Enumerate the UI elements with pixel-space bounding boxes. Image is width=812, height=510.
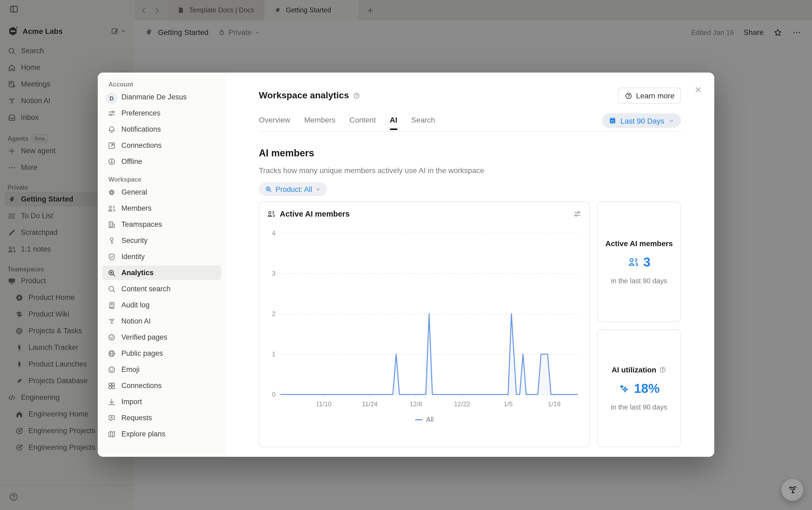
date-range-selector[interactable]: Last 90 Days [602,113,681,128]
item-label: Identity [121,253,145,261]
stat-title: Active AI members [605,239,673,248]
tab-search[interactable]: Search [411,115,435,129]
settings-nav-item[interactable]: Emoji [102,362,221,377]
tab-ai[interactable]: AI [390,115,397,129]
arrowbox-icon [108,141,116,150]
settings-nav-item[interactable]: Members [102,201,221,216]
svg-text:1/5: 1/5 [504,400,513,407]
notion-ai-face-icon [786,484,798,496]
settings-nav-item[interactable]: Identity [102,249,221,264]
scroll-icon [108,301,116,309]
settings-nav-item[interactable]: Audit log [102,298,221,312]
svg-text:3: 3 [272,270,275,277]
item-label: Members [121,204,152,212]
settings-nav-item[interactable]: Preferences [102,106,221,120]
help-circle-icon[interactable] [353,92,360,100]
settings-nav-item[interactable]: Teamspaces [102,217,221,232]
item-label: Content search [121,285,171,293]
help-circle-icon[interactable] [659,366,666,373]
key-icon [108,236,116,245]
analytics-tabs: Overview Members Content AI Search Last … [259,113,681,132]
settings-nav-item[interactable]: Explore plans [102,427,221,441]
people-icon [108,204,116,213]
gear-icon [108,188,116,196]
item-label: Offline [121,158,142,166]
item-label: Requests [121,414,152,422]
stat-caption: in the last 90 days [611,277,667,285]
settings-nav-item[interactable]: Offline [102,154,221,169]
line-chart: 0123411/1011/2412/812/221/51/19 [267,218,581,415]
close-icon[interactable] [694,85,702,94]
user-avatar: D [106,93,117,104]
tab-content[interactable]: Content [349,115,375,129]
question-circle-icon [625,92,633,100]
magplus-icon [108,268,116,277]
learn-more-button[interactable]: Learn more [619,88,681,104]
tab-members[interactable]: Members [304,115,336,129]
item-label: Public pages [121,349,163,358]
workspace-section-label: Workspace [109,176,215,183]
settings-nav-item[interactable]: Requests [102,410,221,425]
chevron-down-icon [315,186,322,192]
item-label: Connections [121,141,162,149]
people-icon [267,209,275,218]
chart-legend: All [267,416,581,423]
settings-content: Workspace analytics Learn more Overview … [225,73,714,457]
svg-text:0: 0 [272,391,275,398]
settings-nav-item[interactable]: Analytics [102,265,221,280]
sliders-icon [108,109,116,117]
svg-text:2: 2 [272,310,275,317]
tab-overview[interactable]: Overview [259,115,290,129]
settings-nav-item[interactable]: Connections [102,138,221,152]
settings-nav-item[interactable]: Notifications [102,122,221,137]
settings-nav-item[interactable]: D Dianmarie De Jesus [102,90,221,104]
chart-settings-icon[interactable] [573,209,581,218]
item-label: Explore plans [121,430,166,438]
smiley-icon [108,365,116,374]
stat-caption: in the last 90 days [611,403,667,411]
settings-nav-item[interactable]: Security [102,233,221,248]
settings-nav-item[interactable]: General [102,185,221,199]
settings-nav-item[interactable]: Notion AI [102,314,221,328]
settings-nav-item[interactable]: Connections [102,378,221,393]
item-label: Emoji [121,365,140,373]
settings-nav-item[interactable]: Import [102,394,221,409]
product-filter-chip[interactable]: Product: All [259,182,327,196]
svg-text:12/22: 12/22 [454,400,470,407]
chevron-down-icon [668,117,674,124]
settings-nav-item[interactable]: Verified pages [102,330,221,344]
item-label: Security [121,236,148,245]
account-section-label: Account [109,81,215,88]
item-label: Teamspaces [121,220,162,228]
item-label: Preferences [121,109,160,117]
item-icon: D [108,93,116,101]
downcircle-icon [108,157,116,166]
account-items: D Dianmarie De Jesus Preferences Notific… [102,90,221,169]
stat-value: 18% [634,381,660,396]
section-description: Tracks how many unique members actively … [259,166,681,175]
legend-label: All [426,416,434,423]
aiface-icon [108,317,116,325]
workspace-items: General Members Teamspaces Security Iden… [102,185,221,441]
svg-text:1/19: 1/19 [548,400,561,407]
page-title: Workspace analytics [259,90,349,101]
chart-title: Active AI members [280,209,569,218]
screen: Acme Labs Search Home Meetings Notion AI… [0,0,812,510]
item-label: Notifications [121,125,161,133]
svg-text:4: 4 [272,229,275,237]
active-ai-members-chart-card: Active AI members 0123411/1011/2412/812/… [259,201,590,447]
settings-nav-item[interactable]: Content search [102,282,221,296]
calendar-icon [609,117,617,125]
legend-line-swatch [415,419,422,420]
item-label: Audit log [121,301,150,309]
svg-text:1: 1 [272,350,275,358]
notion-ai-fab-button[interactable] [781,479,804,501]
item-label: Dianmarie De Jesus [121,93,187,101]
svg-text:11/24: 11/24 [362,400,378,407]
settings-nav-item[interactable]: Public pages [102,346,221,361]
item-label: General [121,188,147,196]
badgecheck-icon [108,333,116,342]
bell-icon [108,125,116,134]
item-label: Import [121,398,142,406]
settings-modal: Account D Dianmarie De Jesus Preferences… [98,73,714,457]
